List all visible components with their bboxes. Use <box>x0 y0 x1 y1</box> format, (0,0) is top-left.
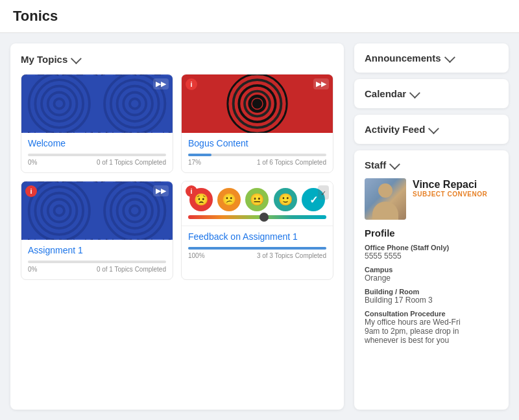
activity-feed-chevron-icon[interactable] <box>428 123 439 134</box>
office-phone-label: Office Phone (Staff Only) <box>365 244 498 251</box>
announcements-header: Announcements <box>365 52 498 64</box>
topic-thumbnail-welcome: ▶▶ <box>21 75 173 133</box>
calendar-card: Calendar <box>354 79 509 108</box>
staff-title: Staff <box>365 159 386 170</box>
office-phone-field: Office Phone (Staff Only) 5555 5555 <box>365 244 498 261</box>
right-panel: Announcements Calendar Activity Feed Sta… <box>354 43 509 410</box>
staff-header: Staff <box>365 159 498 170</box>
calendar-header: Calendar <box>365 88 498 99</box>
progress-text-feedback: 100% 3 of 3 Topics Completed <box>188 252 326 259</box>
staff-role: SUBJECT CONVENOR <box>413 191 498 198</box>
ff-icon-assignment: ▶▶ <box>156 187 166 195</box>
campus-field: Campus Orange <box>365 266 498 283</box>
emoji-neutral: 😐 <box>245 188 269 211</box>
building-label: Building / Room <box>365 288 498 296</box>
staff-profile-row: Vince Repaci SUBJECT CONVENOR <box>365 178 498 220</box>
info-badge-assignment: i <box>25 185 37 197</box>
emoji-happy: 🙂 <box>274 188 297 211</box>
topics-grid: ▶▶ Welcome 0% 0 of 1 Topics Completed <box>21 74 333 280</box>
topic-name-feedback[interactable]: Feedback on Assignment 1 <box>188 231 326 242</box>
progress-bar-bogus <box>188 154 326 156</box>
progress-pct-assignment: 0% <box>28 266 37 273</box>
topic-name-bogus[interactable]: Bogus Content <box>188 138 326 148</box>
my-topics-title: My Topics <box>21 54 67 65</box>
consultation-field: Consultation Procedure My office hours a… <box>365 310 498 345</box>
topic-card-assignment[interactable]: i ▶▶ Assignment 1 0% 0 of 1 Topics Compl… <box>21 181 173 280</box>
calendar-chevron-icon[interactable] <box>409 88 420 99</box>
activity-feed-header: Activity Feed <box>365 124 498 135</box>
progress-bar-assignment <box>28 261 166 263</box>
topic-card-feedback[interactable]: 😟 😕 😐 🙂 ✓ i <box>181 181 333 280</box>
topic-card-body-feedback: Feedback on Assignment 1 100% 3 of 3 Top… <box>182 226 333 266</box>
info-badge-feedback: i <box>186 185 197 197</box>
announcements-chevron-icon[interactable] <box>444 52 455 63</box>
topic-card-body-assignment: Assignment 1 0% 0 of 1 Topics Completed <box>21 240 173 279</box>
staff-name: Vince Repaci <box>413 178 498 191</box>
topic-card-welcome[interactable]: ▶▶ Welcome 0% 0 of 1 Topics Completed <box>21 74 173 173</box>
consultation-line1: My office hours are Wed-Fri <box>365 318 498 327</box>
building-value: Building 17 Room 3 <box>365 296 498 305</box>
progress-completed-bogus: 1 of 6 Topics Completed <box>257 159 326 166</box>
staff-chevron-icon[interactable] <box>389 159 400 170</box>
ff-badge-bogus: ▶▶ <box>313 78 329 89</box>
main-layout: My Topics <box>0 33 519 420</box>
progress-completed-assignment: 0 of 1 Topics Completed <box>97 266 166 273</box>
campus-value: Orange <box>365 274 498 283</box>
campus-label: Campus <box>365 266 498 274</box>
check-icon-feedback: ✓ <box>320 189 326 197</box>
topic-card-bogus[interactable]: i ▶▶ Bogus Content 17% 1 of 6 Topics Com… <box>181 74 333 173</box>
slider-area <box>182 214 333 226</box>
ff-badge-assignment: ▶▶ <box>153 185 169 196</box>
progress-completed-welcome: 0 of 1 Topics Completed <box>97 159 166 166</box>
progress-pct-bogus: 17% <box>188 159 201 166</box>
progress-pct-welcome: 0% <box>28 159 37 166</box>
progress-fill-bogus <box>188 154 211 156</box>
topic-thumbnail-assignment: i ▶▶ <box>21 181 173 240</box>
staff-avatar-image <box>365 178 406 220</box>
profile-title: Profile <box>365 228 498 239</box>
app-header: Tonics <box>0 0 519 33</box>
my-topics-chevron-icon[interactable] <box>71 53 82 64</box>
progress-bar-feedback <box>188 247 326 250</box>
emoji-row: 😟 😕 😐 🙂 ✓ <box>182 181 333 214</box>
topic-name-welcome[interactable]: Welcome <box>28 138 166 148</box>
calendar-title: Calendar <box>365 88 406 99</box>
progress-text-bogus: 17% 1 of 6 Topics Completed <box>188 159 326 166</box>
info-badge-bogus: i <box>186 78 197 90</box>
progress-fill-feedback <box>188 247 326 250</box>
left-panel: My Topics <box>10 43 344 410</box>
consultation-line2: 9am to 2pm, please drop in <box>365 327 498 336</box>
progress-bar-welcome <box>28 154 166 156</box>
staff-info: Vince Repaci SUBJECT CONVENOR <box>413 178 498 198</box>
topic-name-assignment[interactable]: Assignment 1 <box>28 245 166 255</box>
emoji-slightly-sad: 😕 <box>217 188 241 211</box>
ff-icon-bogus: ▶▶ <box>316 80 326 88</box>
topic-card-body-bogus: Bogus Content 17% 1 of 6 Topics Complete… <box>182 133 333 172</box>
progress-pct-feedback: 100% <box>188 252 205 259</box>
topic-card-body-welcome: Welcome 0% 0 of 1 Topics Completed <box>21 133 173 172</box>
building-field: Building / Room Building 17 Room 3 <box>365 288 498 305</box>
slider-thumb[interactable] <box>260 213 269 222</box>
check-overlay-feedback: ✓ <box>318 185 329 200</box>
app-logo[interactable]: Tonics <box>13 8 58 25</box>
announcements-card: Announcements <box>354 43 509 73</box>
consultation-label: Consultation Procedure <box>365 310 498 318</box>
activity-feed-card: Activity Feed <box>354 115 509 144</box>
feedback-thumbnail: 😟 😕 😐 🙂 ✓ i <box>182 181 333 226</box>
announcements-title: Announcements <box>365 52 441 64</box>
svg-point-12 <box>252 99 263 109</box>
staff-profile-section: Profile Office Phone (Staff Only) 5555 5… <box>365 228 498 345</box>
progress-text-assignment: 0% 0 of 1 Topics Completed <box>28 266 166 273</box>
slider-track <box>188 215 326 219</box>
staff-card: Staff Vince Repaci SUBJECT CONVENOR Prof… <box>354 150 509 410</box>
topic-thumbnail-bogus: i ▶▶ <box>182 75 333 133</box>
my-topics-header: My Topics <box>21 54 333 65</box>
consultation-line3: whenever is best for you <box>365 336 498 345</box>
office-phone-value: 5555 5555 <box>365 251 498 261</box>
activity-feed-title: Activity Feed <box>365 124 425 135</box>
staff-avatar <box>365 178 406 220</box>
fast-forward-icon: ▶▶ <box>156 80 166 88</box>
fast-forward-badge: ▶▶ <box>153 78 169 89</box>
progress-text-welcome: 0% 0 of 1 Topics Completed <box>28 159 166 166</box>
progress-completed-feedback: 3 of 3 Topics Completed <box>257 252 326 259</box>
